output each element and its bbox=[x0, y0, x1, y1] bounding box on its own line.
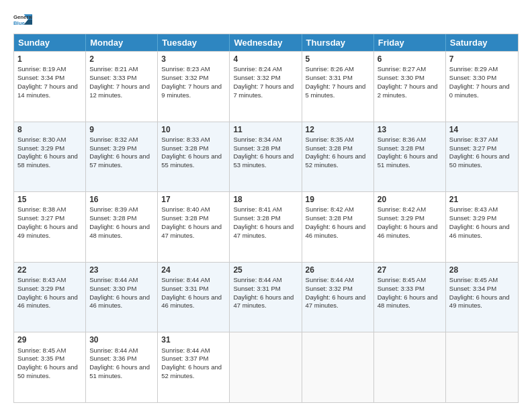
sunset: Sunset: 3:31 PM bbox=[306, 74, 353, 81]
day-number: 29 bbox=[17, 334, 82, 345]
cal-cell: 2Sunrise: 8:21 AMSunset: 3:33 PMDaylight… bbox=[86, 52, 158, 122]
header: General Blue bbox=[13, 12, 519, 27]
daylight: Daylight: 6 hours and 53 minutes. bbox=[233, 152, 294, 169]
sunset: Sunset: 3:36 PM bbox=[89, 355, 136, 362]
cal-cell: 25Sunrise: 8:44 AMSunset: 3:31 PMDayligh… bbox=[230, 263, 302, 332]
daylight: Daylight: 6 hours and 52 minutes. bbox=[161, 363, 222, 379]
cal-header-cell: Monday bbox=[86, 34, 158, 51]
cal-cell: 6Sunrise: 8:27 AMSunset: 3:30 PMDaylight… bbox=[374, 52, 446, 122]
cal-row: 15Sunrise: 8:38 AMSunset: 3:27 PMDayligh… bbox=[14, 191, 518, 262]
day-number: 30 bbox=[89, 334, 154, 345]
sunrise: Sunrise: 8:42 AM bbox=[306, 205, 354, 213]
daylight: Daylight: 7 hours and 0 minutes. bbox=[449, 83, 510, 99]
daylight: Daylight: 6 hours and 46 minutes. bbox=[161, 293, 222, 310]
cal-cell: 30Sunrise: 8:44 AMSunset: 3:36 PMDayligh… bbox=[86, 332, 158, 402]
cal-cell bbox=[446, 332, 518, 402]
cal-header-cell: Thursday bbox=[302, 34, 374, 51]
day-number: 13 bbox=[378, 124, 442, 135]
sunrise: Sunrise: 8:23 AM bbox=[161, 65, 210, 73]
cal-row: 1Sunrise: 8:19 AMSunset: 3:34 PMDaylight… bbox=[14, 51, 518, 122]
cal-cell bbox=[374, 332, 446, 402]
day-number: 2 bbox=[89, 54, 154, 64]
day-number: 16 bbox=[89, 194, 154, 205]
sunrise: Sunrise: 8:36 AM bbox=[378, 136, 426, 143]
sunrise: Sunrise: 8:19 AM bbox=[17, 65, 66, 73]
sunrise: Sunrise: 8:44 AM bbox=[161, 276, 210, 283]
day-number: 3 bbox=[161, 54, 226, 64]
sunset: Sunset: 3:31 PM bbox=[161, 285, 208, 292]
sunrise: Sunrise: 8:38 AM bbox=[17, 205, 66, 213]
sunset: Sunset: 3:28 PM bbox=[306, 214, 353, 222]
cal-header-cell: Wednesday bbox=[230, 34, 302, 51]
cal-cell: 4Sunrise: 8:24 AMSunset: 3:32 PMDaylight… bbox=[230, 52, 302, 122]
sunset: Sunset: 3:32 PM bbox=[306, 285, 353, 292]
day-number: 8 bbox=[17, 124, 82, 135]
cal-cell: 11Sunrise: 8:34 AMSunset: 3:28 PMDayligh… bbox=[230, 122, 302, 192]
logo: General Blue bbox=[13, 12, 32, 27]
cal-row: 29Sunrise: 8:45 AMSunset: 3:35 PMDayligh… bbox=[14, 332, 518, 402]
cal-cell: 16Sunrise: 8:39 AMSunset: 3:28 PMDayligh… bbox=[86, 192, 158, 262]
sunrise: Sunrise: 8:33 AM bbox=[161, 136, 210, 143]
svg-text:Blue: Blue bbox=[13, 20, 26, 26]
sunset: Sunset: 3:29 PM bbox=[17, 144, 64, 152]
day-number: 31 bbox=[161, 334, 226, 345]
sunset: Sunset: 3:28 PM bbox=[161, 144, 208, 152]
sunrise: Sunrise: 8:21 AM bbox=[89, 65, 138, 73]
day-number: 21 bbox=[449, 194, 515, 205]
cal-cell: 13Sunrise: 8:36 AMSunset: 3:28 PMDayligh… bbox=[374, 122, 446, 192]
sunset: Sunset: 3:35 PM bbox=[17, 355, 64, 362]
page: General Blue SundayMondayTuesdayWednesda… bbox=[0, 0, 532, 411]
daylight: Daylight: 6 hours and 48 minutes. bbox=[378, 293, 438, 310]
daylight: Daylight: 6 hours and 46 minutes. bbox=[449, 223, 510, 239]
day-number: 27 bbox=[378, 265, 442, 275]
cal-cell: 8Sunrise: 8:30 AMSunset: 3:29 PMDaylight… bbox=[14, 122, 86, 192]
day-number: 26 bbox=[306, 265, 370, 275]
day-number: 17 bbox=[161, 194, 226, 205]
cal-cell: 12Sunrise: 8:35 AMSunset: 3:28 PMDayligh… bbox=[302, 122, 374, 192]
day-number: 11 bbox=[233, 124, 298, 135]
cal-cell: 21Sunrise: 8:43 AMSunset: 3:29 PMDayligh… bbox=[446, 192, 518, 262]
cal-cell: 17Sunrise: 8:40 AMSunset: 3:28 PMDayligh… bbox=[158, 192, 230, 262]
day-number: 10 bbox=[161, 124, 226, 135]
sunset: Sunset: 3:32 PM bbox=[161, 74, 208, 81]
day-number: 7 bbox=[449, 54, 515, 64]
calendar-header: SundayMondayTuesdayWednesdayThursdayFrid… bbox=[14, 34, 518, 51]
daylight: Daylight: 6 hours and 47 minutes. bbox=[233, 293, 294, 310]
day-number: 18 bbox=[233, 194, 298, 205]
cal-cell: 18Sunrise: 8:41 AMSunset: 3:28 PMDayligh… bbox=[230, 192, 302, 262]
sunset: Sunset: 3:27 PM bbox=[449, 144, 496, 152]
sunset: Sunset: 3:27 PM bbox=[17, 214, 64, 222]
sunrise: Sunrise: 8:44 AM bbox=[89, 347, 138, 354]
day-number: 5 bbox=[306, 54, 370, 64]
day-number: 12 bbox=[306, 124, 370, 135]
sunset: Sunset: 3:28 PM bbox=[378, 144, 425, 152]
daylight: Daylight: 6 hours and 47 minutes. bbox=[233, 223, 294, 239]
sunrise: Sunrise: 8:45 AM bbox=[378, 276, 426, 283]
calendar: SundayMondayTuesdayWednesdayThursdayFrid… bbox=[13, 34, 519, 403]
daylight: Daylight: 7 hours and 14 minutes. bbox=[17, 83, 78, 99]
day-number: 14 bbox=[449, 124, 515, 135]
cal-cell bbox=[302, 332, 374, 402]
cal-cell: 5Sunrise: 8:26 AMSunset: 3:31 PMDaylight… bbox=[302, 52, 374, 122]
sunset: Sunset: 3:28 PM bbox=[89, 214, 136, 222]
daylight: Daylight: 6 hours and 52 minutes. bbox=[306, 152, 366, 169]
daylight: Daylight: 6 hours and 47 minutes. bbox=[306, 293, 366, 310]
cal-cell: 22Sunrise: 8:43 AMSunset: 3:29 PMDayligh… bbox=[14, 263, 86, 332]
cal-cell: 14Sunrise: 8:37 AMSunset: 3:27 PMDayligh… bbox=[446, 122, 518, 192]
daylight: Daylight: 6 hours and 50 minutes. bbox=[17, 363, 78, 379]
daylight: Daylight: 6 hours and 51 minutes. bbox=[378, 152, 438, 169]
day-number: 24 bbox=[161, 265, 226, 275]
cal-cell: 19Sunrise: 8:42 AMSunset: 3:28 PMDayligh… bbox=[302, 192, 374, 262]
sunrise: Sunrise: 8:44 AM bbox=[306, 276, 354, 283]
daylight: Daylight: 6 hours and 46 minutes. bbox=[89, 293, 150, 310]
sunrise: Sunrise: 8:44 AM bbox=[89, 276, 138, 283]
day-number: 19 bbox=[306, 194, 370, 205]
day-number: 9 bbox=[89, 124, 154, 135]
sunrise: Sunrise: 8:24 AM bbox=[233, 65, 281, 73]
sunrise: Sunrise: 8:35 AM bbox=[306, 136, 354, 143]
sunrise: Sunrise: 8:43 AM bbox=[17, 276, 66, 283]
sunrise: Sunrise: 8:34 AM bbox=[233, 136, 281, 143]
sunrise: Sunrise: 8:40 AM bbox=[161, 205, 210, 213]
calendar-body: 1Sunrise: 8:19 AMSunset: 3:34 PMDaylight… bbox=[14, 51, 518, 402]
sunrise: Sunrise: 8:30 AM bbox=[17, 136, 66, 143]
